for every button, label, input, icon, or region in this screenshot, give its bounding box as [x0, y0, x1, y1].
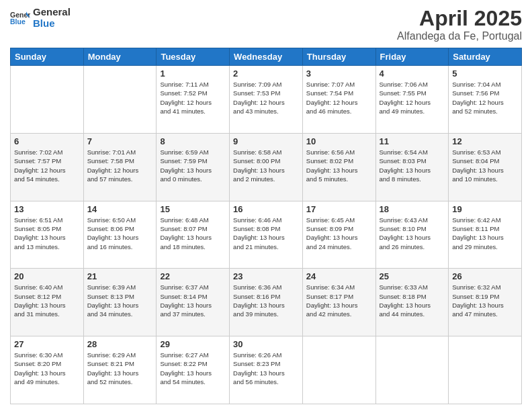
day-number: 10: [306, 136, 372, 146]
calendar-cell: [375, 336, 449, 404]
day-number: 24: [306, 271, 372, 281]
calendar-cell: 28Sunrise: 6:29 AM Sunset: 8:21 PM Dayli…: [83, 336, 157, 404]
day-info: Sunrise: 6:42 AM Sunset: 8:11 PM Dayligh…: [452, 216, 518, 251]
day-number: 27: [14, 339, 80, 349]
day-info: Sunrise: 6:56 AM Sunset: 8:02 PM Dayligh…: [306, 148, 372, 183]
calendar-cell: 20Sunrise: 6:40 AM Sunset: 8:12 PM Dayli…: [11, 269, 84, 336]
day-number: 9: [233, 136, 299, 146]
calendar-cell: 4Sunrise: 7:06 AM Sunset: 7:55 PM Daylig…: [375, 66, 449, 134]
day-info: Sunrise: 6:48 AM Sunset: 8:07 PM Dayligh…: [160, 216, 226, 251]
week-row-2: 6Sunrise: 7:02 AM Sunset: 7:57 PM Daylig…: [11, 133, 522, 201]
weekday-thursday: Thursday: [302, 48, 375, 66]
calendar-cell: 22Sunrise: 6:37 AM Sunset: 8:14 PM Dayli…: [157, 269, 230, 336]
day-info: Sunrise: 7:02 AM Sunset: 7:57 PM Dayligh…: [14, 148, 80, 183]
day-number: 25: [380, 271, 445, 281]
day-info: Sunrise: 7:01 AM Sunset: 7:58 PM Dayligh…: [87, 148, 153, 183]
weekday-tuesday: Tuesday: [157, 48, 230, 66]
day-number: 4: [380, 68, 445, 79]
calendar-cell: 11Sunrise: 6:54 AM Sunset: 8:03 PM Dayli…: [375, 133, 449, 201]
day-number: 11: [380, 136, 445, 146]
day-info: Sunrise: 6:36 AM Sunset: 8:16 PM Dayligh…: [233, 283, 299, 318]
day-number: 26: [452, 271, 518, 281]
day-number: 5: [452, 68, 518, 79]
day-number: 17: [306, 204, 372, 214]
calendar-subtitle: Alfandega da Fe, Portugal: [397, 30, 522, 42]
calendar-cell: 25Sunrise: 6:33 AM Sunset: 8:18 PM Dayli…: [375, 269, 449, 336]
day-number: 12: [452, 136, 518, 146]
day-info: Sunrise: 7:11 AM Sunset: 7:52 PM Dayligh…: [160, 80, 226, 116]
header: General Blue General Blue April 2025 Alf…: [10, 7, 522, 42]
day-info: Sunrise: 6:29 AM Sunset: 8:21 PM Dayligh…: [87, 351, 153, 386]
day-info: Sunrise: 6:32 AM Sunset: 8:19 PM Dayligh…: [452, 283, 518, 318]
calendar-cell: 3Sunrise: 7:07 AM Sunset: 7:54 PM Daylig…: [302, 66, 375, 134]
day-info: Sunrise: 6:27 AM Sunset: 8:22 PM Dayligh…: [160, 351, 226, 386]
generalblue-icon: General Blue: [10, 9, 30, 28]
calendar-cell: 1Sunrise: 7:11 AM Sunset: 7:52 PM Daylig…: [157, 66, 230, 134]
calendar-cell: 16Sunrise: 6:46 AM Sunset: 8:08 PM Dayli…: [230, 201, 303, 269]
day-number: 7: [87, 136, 153, 146]
calendar-cell: 9Sunrise: 6:58 AM Sunset: 8:00 PM Daylig…: [230, 133, 303, 201]
calendar-cell: 5Sunrise: 7:04 AM Sunset: 7:56 PM Daylig…: [449, 66, 522, 134]
day-number: 22: [160, 271, 226, 281]
calendar-cell: 27Sunrise: 6:30 AM Sunset: 8:20 PM Dayli…: [11, 336, 84, 404]
day-info: Sunrise: 7:07 AM Sunset: 7:54 PM Dayligh…: [306, 80, 372, 116]
weekday-header-row: SundayMondayTuesdayWednesdayThursdayFrid…: [11, 48, 522, 66]
day-number: 16: [233, 204, 299, 214]
title-block: April 2025 Alfandega da Fe, Portugal: [397, 7, 522, 42]
day-number: 8: [160, 136, 226, 146]
day-number: 29: [160, 339, 226, 349]
day-info: Sunrise: 6:58 AM Sunset: 8:00 PM Dayligh…: [233, 148, 299, 183]
day-number: 18: [380, 204, 445, 214]
calendar-cell: 7Sunrise: 7:01 AM Sunset: 7:58 PM Daylig…: [83, 133, 157, 201]
calendar-cell: [302, 336, 375, 404]
day-info: Sunrise: 7:09 AM Sunset: 7:53 PM Dayligh…: [233, 80, 299, 116]
day-number: 28: [87, 339, 153, 349]
day-info: Sunrise: 6:45 AM Sunset: 8:09 PM Dayligh…: [306, 216, 372, 251]
weekday-monday: Monday: [83, 48, 157, 66]
calendar-cell: 30Sunrise: 6:26 AM Sunset: 8:23 PM Dayli…: [230, 336, 303, 404]
calendar-table: SundayMondayTuesdayWednesdayThursdayFrid…: [10, 48, 522, 404]
day-info: Sunrise: 6:26 AM Sunset: 8:23 PM Dayligh…: [233, 351, 299, 386]
calendar-cell: 6Sunrise: 7:02 AM Sunset: 7:57 PM Daylig…: [11, 133, 84, 201]
day-number: 3: [306, 68, 372, 79]
day-number: 13: [14, 204, 80, 214]
calendar-cell: 14Sunrise: 6:50 AM Sunset: 8:06 PM Dayli…: [83, 201, 157, 269]
day-info: Sunrise: 6:34 AM Sunset: 8:17 PM Dayligh…: [306, 283, 372, 318]
day-number: 19: [452, 204, 518, 214]
calendar-cell: [83, 66, 157, 134]
calendar-cell: 19Sunrise: 6:42 AM Sunset: 8:11 PM Dayli…: [449, 201, 522, 269]
day-number: 20: [14, 271, 80, 281]
page: General Blue General Blue April 2025 Alf…: [0, 0, 532, 411]
week-row-5: 27Sunrise: 6:30 AM Sunset: 8:20 PM Dayli…: [11, 336, 522, 404]
day-info: Sunrise: 6:40 AM Sunset: 8:12 PM Dayligh…: [14, 283, 80, 318]
day-info: Sunrise: 6:37 AM Sunset: 8:14 PM Dayligh…: [160, 283, 226, 318]
day-info: Sunrise: 6:30 AM Sunset: 8:20 PM Dayligh…: [14, 351, 80, 386]
calendar-cell: 26Sunrise: 6:32 AM Sunset: 8:19 PM Dayli…: [449, 269, 522, 336]
day-info: Sunrise: 6:54 AM Sunset: 8:03 PM Dayligh…: [380, 148, 445, 183]
day-number: 21: [87, 271, 153, 281]
calendar-cell: 13Sunrise: 6:51 AM Sunset: 8:05 PM Dayli…: [11, 201, 84, 269]
day-info: Sunrise: 6:53 AM Sunset: 8:04 PM Dayligh…: [452, 148, 518, 183]
day-number: 30: [233, 339, 299, 349]
weekday-saturday: Saturday: [449, 48, 522, 66]
day-info: Sunrise: 6:59 AM Sunset: 7:59 PM Dayligh…: [160, 148, 226, 183]
day-number: 1: [160, 68, 226, 79]
week-row-1: 1Sunrise: 7:11 AM Sunset: 7:52 PM Daylig…: [11, 66, 522, 134]
weekday-wednesday: Wednesday: [230, 48, 303, 66]
weekday-friday: Friday: [375, 48, 449, 66]
logo-blue: Blue: [33, 18, 71, 30]
calendar-cell: [11, 66, 84, 134]
day-info: Sunrise: 6:43 AM Sunset: 8:10 PM Dayligh…: [380, 216, 445, 251]
calendar-cell: 23Sunrise: 6:36 AM Sunset: 8:16 PM Dayli…: [230, 269, 303, 336]
calendar-cell: 2Sunrise: 7:09 AM Sunset: 7:53 PM Daylig…: [230, 66, 303, 134]
day-number: 2: [233, 68, 299, 79]
calendar-cell: 12Sunrise: 6:53 AM Sunset: 8:04 PM Dayli…: [449, 133, 522, 201]
calendar-title: April 2025: [397, 7, 522, 30]
day-info: Sunrise: 6:50 AM Sunset: 8:06 PM Dayligh…: [87, 216, 153, 251]
calendar-cell: [449, 336, 522, 404]
day-info: Sunrise: 6:51 AM Sunset: 8:05 PM Dayligh…: [14, 216, 80, 251]
day-info: Sunrise: 6:46 AM Sunset: 8:08 PM Dayligh…: [233, 216, 299, 251]
calendar-cell: 8Sunrise: 6:59 AM Sunset: 7:59 PM Daylig…: [157, 133, 230, 201]
logo: General Blue General Blue: [10, 7, 71, 29]
week-row-3: 13Sunrise: 6:51 AM Sunset: 8:05 PM Dayli…: [11, 201, 522, 269]
